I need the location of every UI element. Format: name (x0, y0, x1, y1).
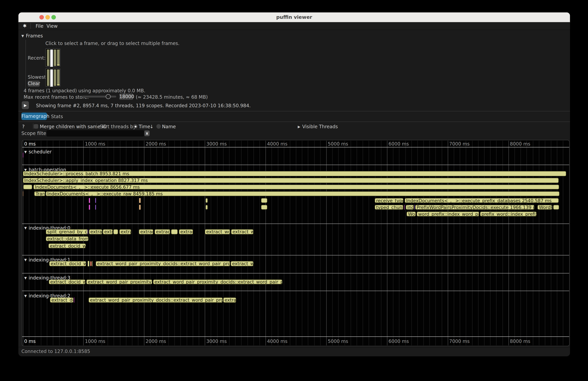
max-frames-slider[interactable] (82, 96, 116, 98)
scope-bar[interactable]: WordPr (538, 205, 552, 210)
scope-bar[interactable]: word_prefix::index_word_prefix_ (417, 211, 479, 216)
scope-bar[interactable]: IndexScheduler>::process_batch 8953.821 … (23, 171, 566, 176)
tab-stats[interactable]: Stats (51, 114, 63, 119)
axis-tick-label: 8000 ms (510, 338, 530, 344)
scope-bar[interactable] (95, 205, 96, 210)
sort-direction-icon[interactable]: ↓ (150, 124, 153, 129)
scope-bar[interactable] (113, 229, 118, 234)
scope-bar[interactable] (74, 297, 74, 303)
scope-bar[interactable]: extract_word_pair_proximity_docids::extr… (96, 261, 230, 266)
scope-bar[interactable] (261, 205, 267, 210)
scope-bar[interactable]: split_grenad_by_chun (46, 229, 88, 234)
frame-thumbnail-slowest[interactable] (45, 68, 60, 87)
frame-thumbnail-recent[interactable] (45, 48, 60, 67)
scope-bar[interactable]: IndexDocuments<_, _>::execute_prefix_dat… (405, 198, 559, 203)
scope-bar[interactable] (92, 261, 93, 266)
scope-bar[interactable]: extract_docid_word (49, 279, 85, 284)
scope-bar[interactable]: extract_ (139, 229, 153, 234)
collapse-icon: ▼ (24, 294, 27, 298)
axis-tick-label: 2000 ms (146, 141, 166, 147)
frames-header-label: Frames (26, 33, 43, 39)
scope-bar[interactable]: extract_ (155, 229, 170, 234)
scope-bar[interactable]: extract (179, 229, 193, 234)
merge-children-label[interactable]: Merge children with same ID (40, 124, 107, 129)
scope-bar[interactable]: prefix_word::index_prefix_wo (480, 211, 537, 216)
scope-bar[interactable] (415, 205, 415, 210)
scope-bar[interactable] (89, 198, 90, 203)
scope-bar[interactable]: extract_wo (231, 229, 253, 234)
sort-time-radio[interactable] (133, 124, 138, 129)
play-button[interactable]: ▶ (22, 101, 29, 109)
merge-children-checkbox[interactable] (34, 124, 38, 129)
scope-bar[interactable]: extract_word (205, 229, 230, 234)
scope-bar[interactable]: extract_doc (50, 297, 74, 303)
visible-threads-label: Visible Threads (302, 124, 338, 129)
scope-bar[interactable]: extract_word_pair_proximity_docids::extr… (88, 297, 223, 303)
frame-bar (47, 49, 49, 66)
max-frames-label: Max recent frames to store: (24, 94, 89, 100)
slider-knob[interactable] (106, 94, 111, 99)
scope-bar[interactable] (139, 205, 141, 210)
scope-bar[interactable]: PrefixWordPairsProximityDocids::execute … (415, 205, 534, 210)
scope-bar[interactable]: extract_docid_word (49, 261, 86, 266)
axis-tick-label: 2000 ms (146, 338, 166, 344)
sort-name-radio[interactable] (156, 124, 161, 129)
axis-tick-label: 0 ms (24, 141, 36, 147)
scope-bar[interactable]: extrac (223, 297, 236, 303)
clear-filter-button[interactable]: x (144, 130, 149, 136)
scope-bar[interactable]: extract_docid_word (48, 243, 86, 248)
flamegraph-panel[interactable]: 0 ms0 ms1000 ms1000 ms2000 ms2000 ms3000… (21, 140, 569, 346)
scope-bar[interactable] (139, 198, 141, 203)
tab-flamegraph[interactable]: Flamegraph (21, 112, 47, 120)
collapse-icon: ▼ (24, 276, 27, 280)
scope-bar[interactable] (553, 205, 559, 210)
scope-bar[interactable]: index (406, 205, 414, 210)
scope-bar[interactable]: extract (89, 229, 103, 234)
frame-bar (50, 69, 53, 87)
divider (19, 347, 570, 347)
section-separator (22, 273, 569, 274)
frames-section-header[interactable]: ▼Frames (21, 33, 43, 39)
scope-bar[interactable] (404, 205, 405, 210)
max-frames-value[interactable]: 18000 (119, 93, 133, 100)
menu-file[interactable]: File (36, 23, 43, 29)
scope-bar[interactable]: extract::data_from_ob (46, 236, 89, 241)
scope-bar[interactable] (206, 198, 208, 203)
thread-header[interactable]: ▼scheduler (24, 149, 52, 154)
scope-bar[interactable]: extract_word_pair_proximity_docids::extr… (153, 279, 282, 284)
scope-bar[interactable]: extrac (119, 229, 131, 234)
scope-bar[interactable]: IndexDocuments<_, _>::execute 8656.677 m… (33, 185, 559, 190)
visible-threads-header[interactable]: ▶Visible Threads (298, 124, 338, 129)
scope-bar[interactable] (171, 229, 178, 234)
app-icon[interactable]: ✱ (23, 23, 26, 28)
sort-name-label[interactable]: Name (162, 124, 176, 129)
scope-bar[interactable] (23, 152, 23, 158)
axis-tick-label: 4000 ms (267, 338, 288, 344)
scope-filter-input[interactable] (46, 130, 144, 136)
scope-bar[interactable] (206, 205, 208, 210)
titlebar: puffin viewer (19, 12, 570, 22)
menu-view[interactable]: View (46, 23, 58, 29)
scope-bar[interactable] (88, 229, 88, 234)
scope-bar[interactable]: extra (103, 229, 113, 234)
scope-bar[interactable] (88, 261, 89, 266)
scope-bar[interactable]: receive_typed_ (375, 198, 403, 203)
scope-bar[interactable]: typed_chunk::w (375, 205, 403, 210)
help-button[interactable]: ? (22, 124, 25, 129)
scope-bar[interactable]: Trans (34, 191, 45, 196)
scope-bar[interactable] (23, 191, 23, 196)
scope-bar[interactable]: IndexDocuments<_, _>::execute_raw 8459.1… (46, 191, 559, 196)
sort-time-label[interactable]: Time (139, 124, 150, 129)
ruler-separator (22, 336, 569, 337)
clear-button[interactable]: Clear (28, 81, 40, 87)
scope-bar[interactable] (90, 261, 92, 266)
scope-bar[interactable]: extract_wo (231, 261, 253, 266)
scope-bar[interactable]: Word (406, 211, 416, 216)
axis-tick-label: 6000 ms (388, 338, 409, 344)
scope-bar[interactable] (23, 185, 32, 190)
scope-bar[interactable] (89, 205, 90, 210)
scope-bar[interactable] (261, 198, 267, 203)
scope-bar[interactable]: IndexScheduler>::apply_index_operation 8… (23, 178, 559, 183)
scope-bar[interactable] (95, 198, 96, 203)
scope-bar[interactable]: extract_word_pair_proximity_docids (86, 279, 152, 284)
